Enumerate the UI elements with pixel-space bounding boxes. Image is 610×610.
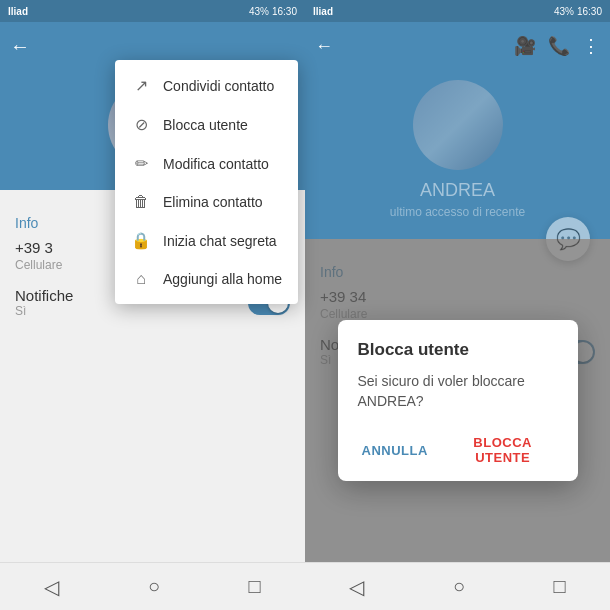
time-right: 16:30 <box>577 6 602 17</box>
dialog-box: Blocca utente Sei sicuro di voler blocca… <box>338 320 578 481</box>
share-icon: ↗ <box>131 76 151 95</box>
notifiche-info-left: Notifiche Sì <box>15 287 73 318</box>
profile-area-right: ANDREA ultimo accesso di recente <box>305 70 610 239</box>
menu-item-share[interactable]: ↗ Condividi contatto <box>115 66 298 105</box>
video-icon[interactable]: 🎥 <box>514 35 536 57</box>
menu-label-secret: Inizia chat segreta <box>163 233 277 249</box>
nav-home-right[interactable]: ○ <box>453 575 465 598</box>
back-button-right[interactable]: ← <box>315 36 333 57</box>
battery-left: 43% <box>249 6 269 17</box>
menu-label-home: Aggiungi alla home <box>163 271 282 287</box>
avatar-right <box>413 80 503 170</box>
carrier-left: Iliad <box>8 6 28 17</box>
battery-right: 43% <box>554 6 574 17</box>
carrier-right: Iliad <box>313 6 333 17</box>
cancel-button[interactable]: ANNULLA <box>358 431 432 469</box>
call-icon[interactable]: 📞 <box>548 35 570 57</box>
lock-icon: 🔒 <box>131 231 151 250</box>
back-button-left[interactable]: ← <box>10 35 30 58</box>
menu-label-share: Condividi contatto <box>163 78 274 94</box>
bottom-area-right: 💬 Info +39 34 Cellulare Notifiche Sì Blo… <box>305 239 610 562</box>
more-icon[interactable]: ⋮ <box>582 35 600 57</box>
dialog-overlay: Blocca utente Sei sicuro di voler blocca… <box>305 239 610 562</box>
top-right-right: 🎥 📞 ⋮ <box>514 35 600 57</box>
right-panel: Iliad 43% 16:30 ← 🎥 📞 ⋮ ANDREA ultimo ac… <box>305 0 610 610</box>
home-icon: ⌂ <box>131 270 151 288</box>
dialog-title: Blocca utente <box>358 340 558 360</box>
block-icon: ⊘ <box>131 115 151 134</box>
menu-item-edit[interactable]: ✏ Modifica contatto <box>115 144 298 183</box>
menu-item-secret[interactable]: 🔒 Inizia chat segreta <box>115 221 298 260</box>
nav-recent-left[interactable]: □ <box>249 575 261 598</box>
dialog-actions: ANNULLA BLOCCA UTENTE <box>358 431 558 469</box>
nav-bar-left: ◁ ○ □ <box>0 562 305 610</box>
contact-name: ANDREA <box>420 180 495 201</box>
context-menu: ↗ Condividi contatto ⊘ Blocca utente ✏ M… <box>115 60 298 304</box>
nav-bar-right: ◁ ○ □ <box>305 562 610 610</box>
nav-home-left[interactable]: ○ <box>148 575 160 598</box>
block-button[interactable]: BLOCCA UTENTE <box>448 431 558 469</box>
contact-status: ultimo accesso di recente <box>390 205 525 219</box>
menu-item-home[interactable]: ⌂ Aggiungi alla home <box>115 260 298 298</box>
top-bar-right: ← 🎥 📞 ⋮ <box>305 22 610 70</box>
notifiche-sub-left: Sì <box>15 304 73 318</box>
menu-item-delete[interactable]: 🗑 Elimina contatto <box>115 183 298 221</box>
dialog-message: Sei sicuro di voler bloccare ANDREA? <box>358 372 558 411</box>
nav-back-right[interactable]: ◁ <box>349 575 364 599</box>
left-panel: Iliad 43% 16:30 ← 💬 Info <box>0 0 305 610</box>
nav-recent-right[interactable]: □ <box>554 575 566 598</box>
nav-back-left[interactable]: ◁ <box>44 575 59 599</box>
top-left-right: ← <box>315 36 333 57</box>
status-bar-left: Iliad 43% 16:30 <box>0 0 305 22</box>
edit-icon: ✏ <box>131 154 151 173</box>
time-left: 16:30 <box>272 6 297 17</box>
trash-icon: 🗑 <box>131 193 151 211</box>
menu-label-edit: Modifica contatto <box>163 156 269 172</box>
status-bar-right: Iliad 43% 16:30 <box>305 0 610 22</box>
status-right-left: 43% 16:30 <box>249 6 297 17</box>
menu-item-block[interactable]: ⊘ Blocca utente <box>115 105 298 144</box>
menu-label-delete: Elimina contatto <box>163 194 263 210</box>
menu-label-block: Blocca utente <box>163 117 248 133</box>
notifiche-title-left: Notifiche <box>15 287 73 304</box>
status-right-right: 43% 16:30 <box>554 6 602 17</box>
